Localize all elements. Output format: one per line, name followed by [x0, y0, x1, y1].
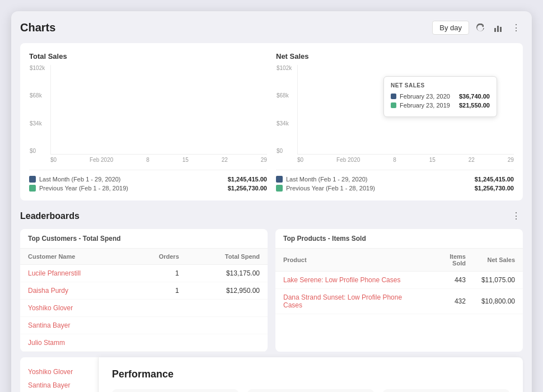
- tooltip-row-2019: February 23, 2019 $21,550.00: [391, 102, 490, 109]
- net-sales-value: $11,075.00: [474, 272, 523, 289]
- leaderboards-grid: Top Customers - Total Spend Customer Nam…: [20, 229, 523, 352]
- net-sales-title: Net Sales: [276, 52, 514, 60]
- col-items-sold: Items Sold: [427, 249, 474, 272]
- leaderboards-header: Leaderboards ⋮: [20, 208, 523, 223]
- tooltip-title: NET SALES: [391, 82, 490, 88]
- customer-link[interactable]: Yoshiko Glover: [28, 304, 73, 312]
- col-product: Product: [275, 249, 427, 272]
- top-customers-card: Top Customers - Total Spend Customer Nam…: [20, 229, 268, 352]
- top-products-card: Top Products - Items Sold Product Items …: [275, 229, 523, 352]
- col-total-spend: Total Spend: [187, 249, 268, 265]
- spend-value: [187, 300, 268, 317]
- total-sales-title: Total Sales: [29, 52, 267, 60]
- top-products-body: Lake Serene: Low Profile Phone Cases443$…: [275, 272, 523, 314]
- top-products-col-headers: Product Items Sold Net Sales: [275, 249, 523, 272]
- net-sales-chart: Net Sales NET SALES February 23, 2020 $3…: [276, 52, 514, 192]
- net-sales-value: $10,800.00: [474, 289, 523, 314]
- spend-value: [187, 334, 268, 352]
- table-row: Lucile Pfannerstill1$13,175.00: [20, 265, 268, 282]
- total-sales-chart-area: $102k $68k $34k $0: [50, 65, 267, 155]
- legend-dot-dark: [29, 176, 36, 183]
- net-legend-item-prev-year: Previous Year (Feb 1 - 28, 2019) $1,256,…: [276, 185, 514, 192]
- net-legend-dot-dark: [276, 176, 283, 183]
- charts-section: Total Sales $102k $68k $34k $0 $0 Fe: [20, 43, 523, 200]
- total-sales-legend: Last Month (Feb 1 - 29, 2020) $1,245,415…: [29, 170, 267, 192]
- performance-panel: Performance TOTAL SALES $1,245,415.00 ↘ …: [99, 357, 523, 392]
- tooltip-dot-dark: [391, 94, 396, 99]
- top-customers-header: Top Customers - Total Spend: [20, 229, 268, 249]
- tooltip-row-2020: February 23, 2020 $36,740.00: [391, 93, 490, 100]
- leaderboards-title: Leaderboards: [20, 211, 79, 221]
- net-sales-y-labels: $102k $68k $34k $0: [277, 65, 292, 154]
- bottom-section: Leaderboards ⋮ Top Customers - Total Spe…: [20, 208, 523, 392]
- total-sales-x-labels: $0 Feb 2020 8 15 22 29: [29, 157, 267, 163]
- sidebar-strip: Yoshiko Glover Santina Bayer Julio Stamm: [20, 357, 99, 392]
- order-count: [129, 334, 187, 352]
- top-customers-col-headers: Customer Name Orders Total Spend: [20, 249, 268, 265]
- order-count: [129, 317, 187, 334]
- table-row: Daisha Purdy1$12,950.00: [20, 282, 268, 300]
- perf-net-sales: NET SALES $1,245,415.00 ↘ -1% Previous Y…: [247, 389, 374, 392]
- legend-item-prev-year: Previous Year (Feb 1 - 28, 2019) $1,256,…: [29, 185, 267, 192]
- order-count: [129, 300, 187, 317]
- col-net-sales: Net Sales: [474, 249, 523, 272]
- legend-item-last-month: Last Month (Feb 1 - 29, 2020) $1,245,415…: [29, 176, 267, 183]
- total-sales-bars: [51, 65, 267, 154]
- top-customers-body: Lucile Pfannerstill1$13,175.00Daisha Pur…: [20, 265, 268, 352]
- spend-value: $13,175.00: [187, 265, 268, 282]
- order-count: 1: [129, 265, 187, 282]
- spend-value: [187, 317, 268, 334]
- table-row: Yoshiko Glover: [20, 300, 268, 317]
- total-sales-y-labels: $102k $68k $34k $0: [30, 65, 45, 154]
- table-row: Lake Serene: Low Profile Phone Cases443$…: [275, 272, 523, 289]
- performance-grid: TOTAL SALES $1,245,415.00 ↘ -1% Previous…: [112, 389, 509, 392]
- customer-link[interactable]: Julio Stamm: [28, 339, 65, 347]
- net-legend-dot-green: [276, 185, 283, 192]
- items-sold-value: 443: [427, 272, 474, 289]
- sidebar-yoshiko[interactable]: Yoshiko Glover: [28, 365, 90, 379]
- header-controls: By day ⋮: [432, 20, 523, 35]
- order-count: 1: [129, 282, 187, 300]
- table-row: Dana Strand Sunset: Low Profile Phone Ca…: [275, 289, 523, 314]
- top-customers-table: Customer Name Orders Total Spend Lucile …: [20, 249, 268, 352]
- table-row: Santina Bayer: [20, 317, 268, 334]
- net-legend-item-last-month: Last Month (Feb 1 - 29, 2020) $1,245,415…: [276, 176, 514, 183]
- col-customer-name: Customer Name: [20, 249, 129, 265]
- tooltip-dot-green: [391, 102, 396, 108]
- total-sales-chart: Total Sales $102k $68k $34k $0 $0 Fe: [29, 52, 267, 192]
- performance-title: Performance: [112, 368, 509, 380]
- more-options-icon[interactable]: ⋮: [509, 20, 523, 35]
- svg-rect-1: [497, 26, 499, 32]
- customer-link[interactable]: Lucile Pfannerstill: [28, 269, 81, 277]
- svg-rect-2: [500, 27, 502, 32]
- product-link[interactable]: Lake Serene: Low Profile Phone Cases: [283, 276, 400, 284]
- leaderboards-more-icon[interactable]: ⋮: [509, 208, 523, 223]
- legend-dot-green: [29, 185, 36, 192]
- charts-grid: Total Sales $102k $68k $34k $0 $0 Fe: [29, 52, 514, 192]
- page-header: Charts By day ⋮: [20, 20, 523, 35]
- leaderboards-section: Leaderboards ⋮ Top Customers - Total Spe…: [20, 208, 523, 352]
- perf-total-sales: TOTAL SALES $1,245,415.00 ↘ -1% Previous…: [112, 389, 238, 392]
- net-sales-legend: Last Month (Feb 1 - 29, 2020) $1,245,415…: [276, 170, 514, 192]
- customer-link[interactable]: Santina Bayer: [28, 321, 70, 329]
- page-title: Charts: [20, 21, 55, 34]
- top-products-header: Top Products - Items Sold: [275, 229, 523, 249]
- net-sales-x-labels: $0 Feb 2020 8 15 22 29: [276, 157, 514, 163]
- items-sold-value: 432: [427, 289, 474, 314]
- svg-rect-0: [494, 28, 496, 32]
- product-link[interactable]: Dana Strand Sunset: Low Profile Phone Ca…: [283, 293, 402, 309]
- top-products-table: Product Items Sold Net Sales Lake Serene…: [275, 249, 523, 314]
- refresh-icon[interactable]: [474, 21, 487, 35]
- customer-link[interactable]: Daisha Purdy: [28, 287, 68, 295]
- net-sales-tooltip: NET SALES February 23, 2020 $36,740.00: [383, 76, 497, 117]
- perf-orders: ORDERS 326 Previous Year: 326: [383, 389, 509, 392]
- sidebar-santina[interactable]: Santina Bayer: [28, 379, 90, 392]
- col-orders: Orders: [129, 249, 187, 265]
- by-day-button[interactable]: By day: [432, 21, 469, 35]
- table-row: Julio Stamm: [20, 334, 268, 352]
- spend-value: $12,950.00: [187, 282, 268, 300]
- chart-icon[interactable]: [491, 21, 505, 35]
